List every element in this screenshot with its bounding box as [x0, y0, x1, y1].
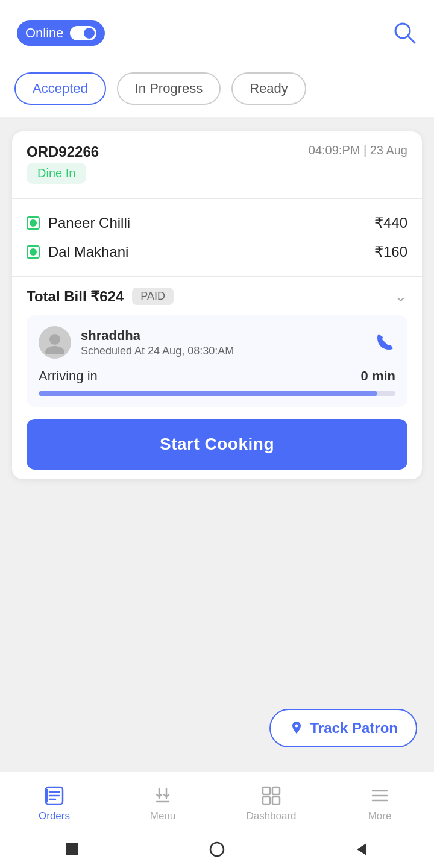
total-section: Total Bill ₹624 PAID ⌄: [12, 277, 422, 479]
nav-more[interactable]: More: [326, 785, 434, 822]
online-toggle[interactable]: Online: [17, 20, 105, 46]
item-left-2: Dal Makhani: [27, 244, 128, 260]
android-back-button[interactable]: [353, 841, 370, 860]
svg-line-1: [408, 36, 415, 43]
nav-orders[interactable]: Orders: [0, 785, 108, 822]
svg-point-2: [49, 334, 60, 345]
total-bill-text: Total Bill ₹624: [27, 288, 124, 305]
track-patron-button[interactable]: Track Patron: [269, 709, 417, 747]
item-price-1: ₹440: [374, 215, 407, 231]
customer-card: shraddha Scheduled At 24 Aug, 08:30:AM A…: [27, 315, 407, 407]
order-time: 04:09:PM | 23 Aug: [309, 143, 407, 157]
order-info: ORD92266 Dine In: [27, 143, 99, 192]
content-area: ORD92266 Dine In 04:09:PM | 23 Aug Panee…: [0, 117, 434, 659]
veg-dot-1: [27, 216, 40, 230]
progress-bar-container: [39, 391, 395, 396]
android-home-button[interactable]: [209, 841, 225, 860]
search-icon: [392, 20, 417, 45]
item-name-2: Dal Makhani: [48, 244, 128, 260]
back-icon: [353, 841, 370, 858]
tab-accepted[interactable]: Accepted: [14, 72, 106, 105]
order-id: ORD92266: [27, 143, 99, 160]
circle-icon: [209, 841, 225, 858]
svg-marker-21: [357, 843, 366, 855]
phone-icon: [375, 332, 395, 352]
track-patron-label: Track Patron: [310, 720, 398, 737]
item-price-2: ₹160: [374, 244, 407, 260]
item-name-1: Paneer Chilli: [48, 215, 130, 231]
arriving-row: Arriving in 0 min: [39, 368, 395, 384]
customer-info: shraddha Scheduled At 24 Aug, 08:30:AM: [81, 328, 234, 357]
android-nav-bar: [0, 832, 434, 868]
tab-ready[interactable]: Ready: [231, 72, 306, 105]
nav-menu[interactable]: Menu: [108, 785, 217, 822]
customer-name: shraddha: [81, 328, 234, 344]
customer-row: shraddha Scheduled At 24 Aug, 08:30:AM: [39, 326, 395, 359]
toggle-switch[interactable]: [70, 26, 96, 40]
total-row: Total Bill ₹624 PAID ⌄: [27, 287, 407, 306]
bottom-nav: Orders Menu Dashboard More: [0, 772, 434, 832]
svg-rect-14: [263, 797, 270, 804]
item-left-1: Paneer Chilli: [27, 215, 130, 231]
tab-in-progress[interactable]: In Progress: [117, 72, 221, 105]
scheduled-text: Scheduled At 24 Aug, 08:30:AM: [81, 345, 234, 357]
nav-dashboard[interactable]: Dashboard: [217, 785, 326, 822]
paid-badge: PAID: [132, 288, 174, 305]
svg-rect-12: [263, 787, 270, 794]
svg-rect-13: [272, 787, 280, 794]
nav-more-label: More: [368, 810, 392, 822]
svg-point-3: [45, 346, 64, 354]
more-icon: [369, 785, 391, 807]
dashboard-icon: [260, 785, 282, 807]
svg-rect-19: [66, 843, 78, 855]
avatar: [39, 326, 71, 359]
order-card: ORD92266 Dine In 04:09:PM | 23 Aug Panee…: [12, 131, 422, 479]
progress-bar-fill: [39, 391, 377, 396]
chevron-down-icon[interactable]: ⌄: [394, 287, 407, 306]
total-left: Total Bill ₹624 PAID: [27, 288, 174, 305]
toggle-label: Online: [25, 25, 64, 41]
start-cooking-button[interactable]: Start Cooking: [27, 419, 407, 470]
phone-button[interactable]: [375, 332, 395, 354]
menu-icon: [152, 785, 174, 807]
android-square-button[interactable]: [64, 841, 81, 860]
svg-rect-15: [272, 797, 280, 804]
arriving-value: 0 min: [361, 368, 395, 384]
card-header: ORD92266 Dine In 04:09:PM | 23 Aug: [12, 131, 422, 198]
nav-orders-label: Orders: [39, 810, 70, 822]
header: Online: [0, 0, 434, 66]
order-type-badge: Dine In: [27, 163, 86, 184]
search-button[interactable]: [392, 20, 417, 47]
arriving-label: Arriving in: [39, 368, 98, 384]
tabs-container: Accepted In Progress Ready: [0, 66, 434, 117]
veg-dot-2: [27, 245, 40, 259]
nav-menu-label: Menu: [150, 810, 176, 822]
nav-dashboard-label: Dashboard: [246, 810, 296, 822]
location-icon: [289, 720, 304, 736]
orders-icon: [43, 785, 65, 807]
avatar-icon: [43, 330, 67, 354]
customer-left: shraddha Scheduled At 24 Aug, 08:30:AM: [39, 326, 234, 359]
svg-point-20: [210, 843, 224, 856]
order-items-list: Paneer Chilli ₹440 Dal Makhani ₹160: [12, 199, 422, 276]
order-item-2: Dal Makhani ₹160: [27, 237, 407, 266]
order-item: Paneer Chilli ₹440: [27, 209, 407, 237]
square-icon: [64, 841, 81, 858]
